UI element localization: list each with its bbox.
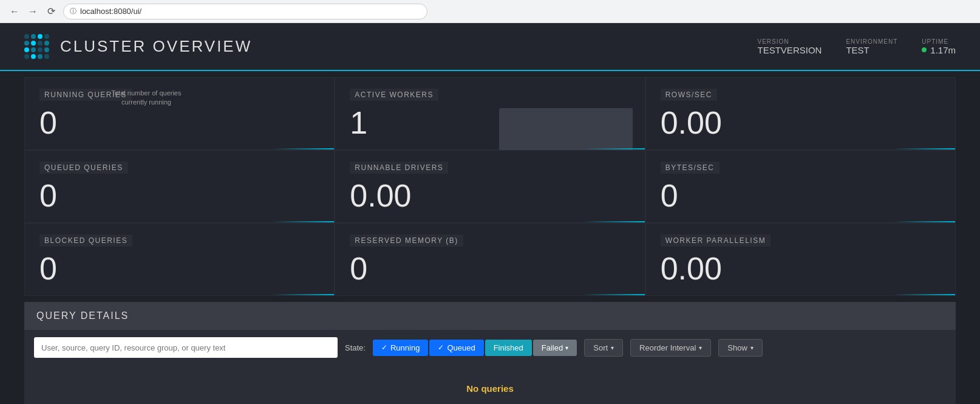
chevron-down-icon: ▾ <box>611 344 614 351</box>
metric-reserved-memory: RESERVED MEMORY (B) 0 <box>335 223 645 296</box>
sort-button[interactable]: Sort ▾ <box>584 339 623 357</box>
reorder-interval-button[interactable]: Reorder Interval ▾ <box>630 339 711 357</box>
queued-label: Queued <box>447 343 475 352</box>
metric-bottom-line <box>25 294 334 295</box>
sort-label: Sort <box>593 343 608 352</box>
metric-bottom-line <box>335 148 644 149</box>
logo-dot <box>31 54 36 59</box>
query-details-section: QUERY DETAILS State: ✓ Running ✓ Queued … <box>24 302 956 404</box>
metric-bottom-line <box>646 221 955 222</box>
app: CLUSTER OVERVIEW VERSION TESTVERSION ENV… <box>0 23 980 404</box>
show-label: Show <box>727 343 747 352</box>
uptime-label: UPTIME <box>922 38 948 45</box>
metric-value: 0 <box>39 180 319 211</box>
version-value: TESTVERSION <box>758 45 822 55</box>
running-state-button[interactable]: ✓ Running <box>373 340 428 356</box>
logo-dot <box>31 34 36 39</box>
metric-bottom-line <box>646 148 955 149</box>
logo-dot <box>44 54 49 59</box>
environment-label: ENVIRONMENT <box>846 38 897 45</box>
header-right: VERSION TESTVERSION ENVIRONMENT TEST UPT… <box>758 38 956 55</box>
failed-state-button[interactable]: Failed ▾ <box>533 340 577 356</box>
chevron-down-icon: ▾ <box>699 344 702 351</box>
metric-worker-parallelism: WORKER PARALLELISM 0.00 <box>645 223 956 296</box>
uptime-value-container: 1.17m <box>922 45 956 55</box>
reload-button[interactable]: ⟳ <box>44 4 58 19</box>
query-details-title: QUERY DETAILS <box>24 302 956 330</box>
metric-value: 0.00 <box>661 107 941 139</box>
metric-bottom-line <box>335 221 644 222</box>
search-input[interactable] <box>34 337 338 358</box>
metric-bottom-line <box>646 294 955 295</box>
metric-active-workers: ACTIVE WORKERS 1 <box>335 77 645 150</box>
metric-label: ACTIVE WORKERS <box>350 89 438 101</box>
metric-label: BLOCKED QUERIES <box>39 235 132 247</box>
forward-button[interactable]: → <box>26 4 40 19</box>
chevron-down-icon: ▾ <box>750 344 754 351</box>
uptime-value: 1.17m <box>930 45 956 55</box>
chevron-down-icon: ▾ <box>565 344 568 351</box>
check-icon: ✓ <box>381 343 387 352</box>
state-btn-group: ✓ Running ✓ Queued Finished Failed ▾ <box>373 340 577 356</box>
metric-runnable-drivers: RUNNABLE DRIVERS 0.00 <box>335 150 645 223</box>
running-label: Running <box>390 343 420 352</box>
metric-value: 0 <box>39 253 319 284</box>
metric-value: 0 <box>350 253 630 284</box>
back-button[interactable]: ← <box>7 4 22 19</box>
no-queries-message: No queries <box>24 365 956 404</box>
metric-bottom-line <box>335 294 644 295</box>
metric-value: 0.00 <box>661 253 941 284</box>
address-bar[interactable]: ⓘ localhost:8080/ui/ <box>63 4 427 19</box>
logo-dot <box>44 47 49 52</box>
logo <box>24 34 49 59</box>
metric-tooltip: Total number of queries currently runnin… <box>110 89 183 108</box>
logo-dot <box>24 54 29 59</box>
metric-blocked-queries: BLOCKED QUERIES 0 <box>24 223 335 296</box>
metric-bottom-line <box>25 221 334 222</box>
logo-dot <box>38 47 43 52</box>
app-title: CLUSTER OVERVIEW <box>60 37 252 56</box>
metric-value: 0 <box>661 180 941 211</box>
logo-dot <box>44 34 49 39</box>
reorder-interval-label: Reorder Interval <box>639 343 696 352</box>
version-info: VERSION TESTVERSION <box>758 38 822 55</box>
finished-state-button[interactable]: Finished <box>485 340 532 356</box>
check-icon: ✓ <box>438 343 444 352</box>
show-button[interactable]: Show ▾ <box>718 339 763 357</box>
metric-value: 0 <box>39 107 319 139</box>
environment-info: ENVIRONMENT TEST <box>846 38 897 55</box>
app-header: CLUSTER OVERVIEW VERSION TESTVERSION ENV… <box>0 23 980 71</box>
metric-rows-sec: ROWS/SEC 0.00 <box>645 77 956 150</box>
uptime-info: UPTIME 1.17m <box>922 38 956 55</box>
url-text: localhost:8080/ui/ <box>80 7 141 16</box>
logo-dot <box>38 34 43 39</box>
logo-dot <box>24 41 29 46</box>
metric-queued-queries: QUEUED QUERIES 0 <box>24 150 335 223</box>
failed-label: Failed <box>542 343 563 352</box>
metric-bottom-line <box>25 148 334 149</box>
metric-label: QUEUED QUERIES <box>39 162 128 174</box>
queued-state-button[interactable]: ✓ Queued <box>429 340 483 356</box>
metric-bytes-sec: BYTES/SEC 0 <box>645 150 956 223</box>
metric-label: RUNNABLE DRIVERS <box>350 162 448 174</box>
metrics-grid: RUNNING QUERIES Total number of queries … <box>0 71 980 296</box>
metric-label: ROWS/SEC <box>661 89 717 101</box>
header-left: CLUSTER OVERVIEW <box>24 34 252 59</box>
uptime-status-dot <box>922 47 927 52</box>
finished-label: Finished <box>494 343 523 352</box>
workers-bar <box>499 108 633 151</box>
state-label: State: <box>345 343 366 352</box>
logo-dot <box>38 41 43 46</box>
lock-icon: ⓘ <box>70 7 77 16</box>
browser-nav: ← → ⟳ <box>7 4 58 19</box>
logo-dot <box>44 41 49 46</box>
logo-dot <box>24 47 29 52</box>
browser-chrome: ← → ⟳ ⓘ localhost:8080/ui/ <box>0 0 980 23</box>
logo-dot <box>38 54 43 59</box>
metric-label: BYTES/SEC <box>661 162 720 174</box>
logo-dot <box>24 34 29 39</box>
logo-dot <box>31 47 36 52</box>
query-details-toolbar: State: ✓ Running ✓ Queued Finished Faile… <box>24 330 956 365</box>
metric-running-queries: RUNNING QUERIES Total number of queries … <box>24 77 335 150</box>
metric-value: 0.00 <box>350 180 630 211</box>
